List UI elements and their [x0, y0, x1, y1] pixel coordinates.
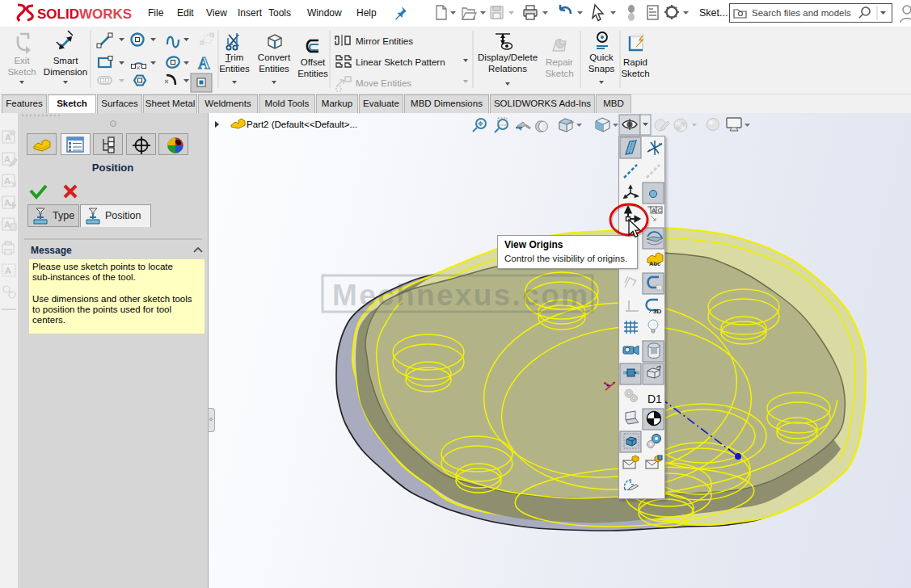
svg-text:A: A [4, 198, 11, 208]
svg-text:✥: ✥ [478, 120, 483, 128]
svg-text:A: A [4, 176, 11, 186]
svg-text:Mechnexus.com: Mechnexus.com [332, 279, 588, 312]
svg-text:A: A [4, 154, 11, 164]
svg-text:SOLIDWORKS: SOLIDWORKS [37, 6, 132, 22]
svg-text:A: A [198, 54, 210, 72]
svg-text:3D: 3D [653, 308, 661, 315]
svg-text:A: A [5, 266, 11, 275]
svg-text:Part2 (Default<<Default>...: Part2 (Default<<Default>... [247, 120, 357, 129]
svg-text:A: A [4, 220, 11, 229]
svg-text:Abc: Abc [649, 260, 660, 267]
svg-text:D1: D1 [647, 393, 662, 405]
svg-text:Sket...: Sket... [699, 7, 728, 19]
